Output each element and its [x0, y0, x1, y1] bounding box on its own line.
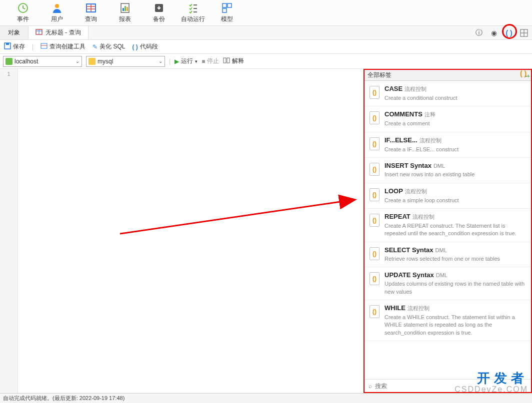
- connection-row: localhost ⌄ mysql ⌄ | ▶ 运行 ▾ ■ 停止 解释: [0, 54, 532, 69]
- save-button[interactable]: 保存: [4, 42, 25, 51]
- db-select[interactable]: mysql ⌄: [86, 56, 165, 67]
- snippet-desc: Insert new rows into an existing table: [384, 171, 526, 178]
- toolbar-autorun-button[interactable]: 自动运行: [176, 0, 210, 25]
- clock-icon: [17, 2, 29, 14]
- svg-rect-14: [6, 43, 9, 45]
- snippet-tag: 流程控制: [408, 305, 430, 311]
- sql-editor[interactable]: 1: [0, 69, 364, 393]
- snippet-file-icon: (): [370, 247, 380, 260]
- snippet-desc: Create a WHILE construct. The statement …: [384, 314, 526, 337]
- search-input[interactable]: [375, 383, 527, 390]
- snippet-tag: DML: [434, 163, 445, 169]
- toolbar-backup-button[interactable]: 备份: [142, 0, 176, 25]
- beautify-label: 美化 SQL: [100, 42, 125, 51]
- toolbar-user-button[interactable]: 用户: [40, 0, 74, 25]
- parens-icon: ( ): [132, 43, 138, 50]
- stop-button: ■ 停止: [202, 57, 219, 65]
- snippet-item[interactable]: ()CASE流程控制Create a conditional construct: [364, 81, 531, 106]
- run-button[interactable]: ▶ 运行 ▾: [174, 57, 198, 65]
- tab-untitled-query[interactable]: 无标题 - 查询: [28, 26, 88, 39]
- chevron-down-icon: ⌄: [158, 58, 162, 64]
- snippet-tag: DML: [436, 247, 447, 253]
- code-snippet-icon[interactable]: ( ): [504, 28, 514, 38]
- status-bar: 自动完成代码就绪。(最后更新: 2022-09-19 17:48): [0, 393, 532, 403]
- snippet-file-icon: (): [370, 163, 380, 176]
- db-icon: [88, 58, 96, 65]
- snippet-title: REPEAT: [384, 213, 410, 220]
- tag-select-label: 全部标签: [368, 71, 392, 79]
- snippet-desc: Create a simple loop construct: [384, 197, 526, 204]
- table-grid-icon: [85, 2, 97, 14]
- snippet-search[interactable]: ⌕: [364, 379, 531, 392]
- snippet-item[interactable]: ()UPDATE SyntaxDMLUpdates columns of exi…: [364, 267, 531, 300]
- snippet-item[interactable]: ()WHILE流程控制Create a WHILE construct. The…: [364, 300, 531, 341]
- save-label: 保存: [13, 42, 25, 51]
- snippet-list[interactable]: ()CASE流程控制Create a conditional construct…: [364, 81, 531, 379]
- toolbar-user-label: 用户: [51, 15, 63, 23]
- snippet-title: COMMENTS: [384, 110, 422, 118]
- snippet-tag: 注释: [424, 111, 436, 117]
- explain-icon: [223, 57, 230, 65]
- toolbar-report-label: 报表: [119, 15, 131, 23]
- svg-rect-4: [122, 8, 124, 11]
- query-builder-label: 查询创建工具: [50, 42, 86, 51]
- svg-rect-10: [222, 8, 226, 12]
- editor-gutter: 1: [0, 69, 18, 393]
- host-label: localhost: [14, 58, 74, 65]
- snippet-tag-select[interactable]: 全部标签 ⌄: [364, 70, 531, 81]
- toolbar-event-button[interactable]: 事件: [6, 0, 40, 25]
- snippet-item[interactable]: ()IF...ELSE...流程控制Create a IF...ELSE... …: [364, 132, 531, 158]
- explain-label: 解释: [232, 57, 244, 65]
- report-chart-icon: [119, 2, 131, 14]
- snippet-file-icon: (): [370, 214, 380, 227]
- play-icon: ▶: [174, 58, 179, 65]
- snippet-panel: 全部标签 ⌄ ()CASE流程控制Create a conditional co…: [364, 69, 532, 393]
- snippet-desc: Updates columns of existing rows in the …: [384, 280, 526, 296]
- svg-rect-9: [228, 3, 232, 7]
- code-snippet-label: 代码段: [140, 42, 158, 51]
- toolbar-model-button[interactable]: 模型: [210, 0, 244, 25]
- code-snippet-button[interactable]: ( ) 代码段: [132, 42, 158, 51]
- backup-icon: [153, 2, 165, 14]
- gear-small-icon[interactable]: ◉: [489, 28, 499, 38]
- wand-icon: ✎: [92, 43, 98, 50]
- tab-untitled-label: 无标题 - 查询: [46, 28, 81, 37]
- annotation-arrow: [80, 164, 360, 249]
- layout-icon[interactable]: [519, 28, 529, 38]
- info-icon[interactable]: ⓘ: [474, 28, 484, 38]
- snippet-tag: 流程控制: [412, 214, 434, 220]
- svg-point-1: [55, 4, 59, 8]
- host-icon: [6, 58, 12, 65]
- snippet-title: CASE: [384, 85, 402, 92]
- snippet-item[interactable]: ()LOOP流程控制Create a simple loop construct: [364, 183, 531, 209]
- snippet-desc: Create a comment: [384, 120, 526, 127]
- snippet-desc: Retrieve rows selected from one or more …: [384, 255, 526, 263]
- db-label: mysql: [98, 58, 156, 65]
- checklist-icon: [187, 2, 199, 14]
- explain-button[interactable]: 解释: [223, 57, 244, 65]
- add-snippet-icon[interactable]: ( )+: [520, 69, 530, 79]
- toolbar-query-button[interactable]: 查询: [74, 0, 108, 25]
- run-label: 运行: [181, 57, 193, 65]
- svg-rect-6: [126, 7, 128, 11]
- snippet-tag: 流程控制: [404, 86, 426, 92]
- snippet-item[interactable]: ()REPEAT流程控制Create A REPEAT construct. T…: [364, 209, 531, 242]
- tab-objects-label: 对象: [8, 28, 20, 37]
- snippet-item[interactable]: ()COMMENTS注释Create a comment: [364, 106, 531, 132]
- snippet-item[interactable]: ()SELECT SyntaxDMLRetrieve rows selected…: [364, 242, 531, 267]
- snippet-desc: Create a IF...ELSE... construct: [384, 146, 526, 153]
- svg-rect-17: [227, 58, 230, 63]
- tab-objects[interactable]: 对象: [0, 26, 28, 39]
- query-builder-icon: [40, 42, 48, 51]
- beautify-sql-button[interactable]: ✎ 美化 SQL: [92, 42, 125, 51]
- toolbar-report-button[interactable]: 报表: [108, 0, 142, 25]
- snippet-file-icon: (): [370, 111, 380, 124]
- host-select[interactable]: localhost ⌄: [3, 56, 82, 67]
- snippet-title: SELECT Syntax: [384, 246, 434, 254]
- model-grid-icon: [221, 2, 233, 14]
- snippet-file-icon: (): [370, 86, 380, 99]
- search-icon: ⌕: [368, 383, 372, 390]
- snippet-item[interactable]: ()INSERT SyntaxDMLInsert new rows into a…: [364, 158, 531, 183]
- divider: |: [169, 58, 170, 65]
- query-builder-button[interactable]: 查询创建工具: [40, 42, 86, 51]
